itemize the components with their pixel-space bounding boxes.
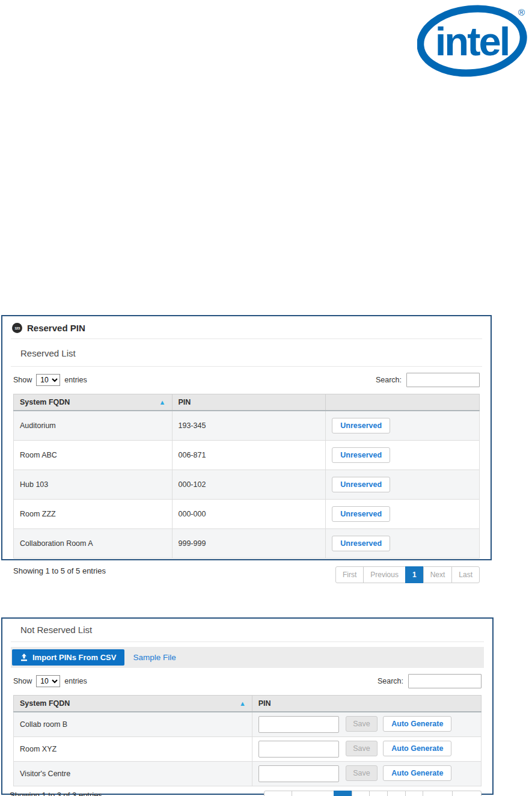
auto-generate-button[interactable]: Auto Generate [383, 741, 451, 756]
pagination-next[interactable]: Next [423, 566, 453, 583]
entries-label: entries [64, 376, 87, 384]
panel-heading: 123 Reserved PIN [2, 316, 491, 338]
page-size-control: Show 10 entries [13, 675, 87, 687]
pagination-previous[interactable]: Previous [363, 566, 406, 583]
fqdn-cell: Room ZZZ [14, 500, 173, 529]
fqdn-cell: Visitor's Centre [14, 762, 252, 786]
registered-trademark: ® [518, 7, 525, 17]
column-header-pin[interactable]: PIN [252, 696, 481, 712]
not-reserved-table: System FQDN ▲ PIN Collab room B Save Aut… [13, 695, 482, 786]
auto-generate-button[interactable]: Auto Generate [383, 765, 451, 781]
search-control: Search: [378, 674, 482, 688]
show-label: Show [13, 677, 32, 685]
fqdn-cell: Collab room B [14, 712, 252, 737]
column-header-fqdn[interactable]: System FQDN ▲ [14, 394, 173, 411]
save-button[interactable]: Save [346, 741, 378, 756]
entries-label: entries [64, 677, 87, 685]
column-header-actions [326, 394, 480, 411]
intel-logo-graphic: intel ® [417, 2, 529, 79]
pagination-page-3[interactable]: 3 [369, 791, 388, 796]
entries-summary: Showing 1 to 5 of 5 entries [13, 566, 106, 575]
table-footer: Showing 1 to 5 of 5 entries First Previo… [2, 559, 491, 583]
pagination: First Previous 1 Next Last [336, 566, 480, 583]
table-row: Room XYZ Save Auto Generate [14, 737, 482, 762]
import-pins-button[interactable]: Import PINs From CSV [12, 649, 124, 666]
pin-input[interactable] [258, 765, 339, 782]
table-controls: Show 10 entries Search: [2, 668, 492, 693]
search-input[interactable] [408, 674, 482, 688]
search-control: Search: [376, 373, 480, 387]
sample-file-link[interactable]: Sample File [133, 653, 176, 662]
fqdn-cell: Room XYZ [14, 737, 252, 762]
pagination: First Previous 1 2 3 4 5 Next Last [264, 791, 482, 796]
pagination-page-5[interactable]: 5 [405, 791, 424, 796]
pagination-last[interactable]: Last [452, 791, 482, 796]
pagination-page-2[interactable]: 2 [352, 791, 370, 796]
sort-asc-icon: ▲ [159, 399, 166, 406]
import-toolbar: Import PINs From CSV Sample File [11, 647, 484, 668]
reserved-table: System FQDN ▲ PIN Auditorium 193-345 Unr… [13, 394, 480, 559]
unreserved-button[interactable]: Unreserved [332, 506, 390, 522]
unreserved-button[interactable]: Unreserved [332, 418, 390, 433]
intel-logo-text: intel [435, 19, 509, 64]
unreserved-button[interactable]: Unreserved [332, 447, 390, 463]
fqdn-cell: Hub 103 [14, 470, 173, 500]
pagination-page-1[interactable]: 1 [405, 566, 424, 583]
fqdn-cell: Collaboration Room A [14, 529, 173, 559]
save-button[interactable]: Save [346, 716, 378, 732]
table-row: Room ABC 006-871 Unreserved [14, 441, 480, 470]
column-header-pin[interactable]: PIN [172, 394, 326, 411]
pagination-page-4[interactable]: 4 [387, 791, 406, 796]
table-row: Auditorium 193-345 Unreserved [14, 411, 480, 441]
table-row: Collab room B Save Auto Generate [14, 712, 482, 737]
unreserved-button[interactable]: Unreserved [332, 477, 390, 492]
entries-summary: Showing 1 to 3 of 3 entries [10, 791, 102, 796]
pin-cell: 193-345 [172, 411, 326, 441]
unreserved-button[interactable]: Unreserved [332, 536, 390, 551]
search-label: Search: [376, 376, 402, 384]
auto-generate-button[interactable]: Auto Generate [383, 716, 451, 732]
pagination-next[interactable]: Next [423, 791, 453, 796]
table-row: Visitor's Centre Save Auto Generate [14, 762, 482, 786]
table-row: Collaboration Room A 999-999 Unreserved [14, 529, 480, 559]
show-label: Show [13, 376, 32, 384]
table-footer: Showing 1 to 3 of 3 entries First Previo… [2, 786, 492, 796]
column-header-fqdn[interactable]: System FQDN ▲ [14, 696, 252, 712]
page-size-control: Show 10 entries [13, 374, 87, 386]
pagination-first[interactable]: First [264, 791, 292, 796]
fqdn-cell: Auditorium [14, 411, 173, 441]
upload-icon [20, 654, 28, 661]
pin-cell: 999-999 [172, 529, 326, 559]
intel-logo: intel ® [417, 2, 529, 79]
divider [11, 641, 484, 642]
pagination-last[interactable]: Last [451, 566, 480, 583]
search-label: Search: [378, 677, 403, 685]
pagination-previous[interactable]: Previous [292, 791, 334, 796]
not-reserved-panel: Not Reserved List Import PINs From CSV S… [1, 617, 494, 795]
pin-cell: 000-000 [172, 500, 326, 529]
not-reserved-list-title: Not Reserved List [2, 619, 492, 641]
pin-cell: 000-102 [172, 470, 326, 500]
fqdn-cell: Room ABC [14, 441, 173, 470]
table-row: Hub 103 000-102 Unreserved [14, 470, 480, 500]
reserved-list-title: Reserved List [2, 339, 491, 366]
table-controls: Show 10 entries Search: [2, 367, 491, 392]
page-size-select[interactable]: 10 [36, 374, 60, 386]
page-size-select[interactable]: 10 [36, 675, 60, 687]
save-button[interactable]: Save [346, 765, 378, 781]
pin-input[interactable] [258, 741, 339, 758]
sort-asc-icon: ▲ [239, 700, 246, 707]
panel-title: Reserved PIN [27, 323, 85, 333]
pin-input[interactable] [258, 716, 339, 733]
reserved-pin-panel: 123 Reserved PIN Reserved List Show 10 e… [1, 315, 492, 560]
pagination-page-1[interactable]: 1 [334, 791, 352, 796]
search-input[interactable] [406, 373, 480, 387]
pin-cell: 006-871 [172, 441, 326, 470]
table-row: Room ZZZ 000-000 Unreserved [14, 500, 480, 529]
pin-icon: 123 [12, 323, 22, 333]
pagination-first[interactable]: First [335, 566, 364, 583]
